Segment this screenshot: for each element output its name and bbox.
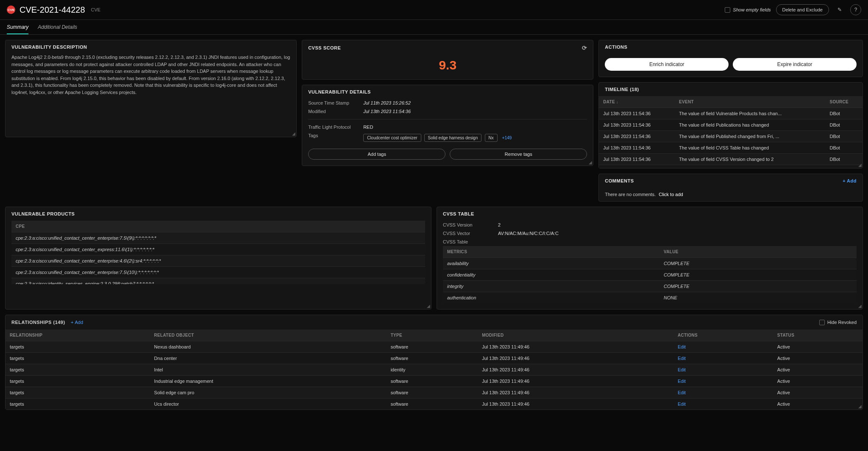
vuln-product-row[interactable]: cpe:2.3:a:cisco:unified_contact_center_e…: [11, 232, 425, 244]
vuln-product-row[interactable]: cpe:2.3:a:cisco:identity_services_engine…: [11, 278, 425, 285]
rel-col-actions[interactable]: ACTIONS: [673, 329, 773, 341]
vuln-products-col-cpe[interactable]: CPE: [11, 221, 425, 232]
rel-col-type[interactable]: TYPE: [387, 329, 478, 341]
metric-name: integrity: [443, 281, 659, 292]
rel-col-object[interactable]: RELATED OBJECT: [150, 329, 387, 341]
hide-revoked-toggle[interactable]: Hide Revoked: [819, 320, 857, 325]
tag-chip[interactable]: Solid edge harness design: [424, 134, 482, 142]
timeline-date: Jul 13th 2023 11:54:36: [599, 154, 675, 165]
timeline-row[interactable]: Jul 13th 2023 11:54:36 The value of fiel…: [599, 119, 862, 131]
tag-chip[interactable]: Cloudcenter cost optimizer: [363, 134, 421, 142]
metric-value: COMPLETE: [659, 281, 857, 292]
rel-edit-link[interactable]: Edit: [678, 344, 686, 349]
cvss-version-label: CVSS Version: [443, 222, 498, 227]
col-right: ACTIONS Enrich indicator Expire indicato…: [598, 40, 863, 202]
delete-exclude-button[interactable]: Delete and Exclude: [776, 4, 829, 15]
rel-col-status[interactable]: STATUS: [773, 329, 862, 341]
rel-edit-link[interactable]: Edit: [678, 379, 686, 384]
cvss-metric-row: availability COMPLETE: [443, 258, 857, 269]
rel-edit-link[interactable]: Edit: [678, 356, 686, 361]
comments-empty: There are no comments. Click to add: [599, 188, 862, 201]
cvss-version-value: 2: [498, 222, 857, 227]
metric-value: COMPLETE: [659, 258, 857, 269]
checkbox-icon[interactable]: [725, 7, 730, 13]
relationship-row[interactable]: targets Nexus dashboard software Jul 13t…: [6, 341, 862, 353]
timeline-event: The value of field CVE Modified changed …: [675, 165, 825, 169]
refresh-icon[interactable]: ⟳: [582, 44, 587, 51]
rel-object: Intel: [150, 364, 387, 376]
col-left: VULNERABILITY DESCRIPTION Apache Log4j2 …: [5, 40, 297, 202]
timeline-date: Jul 13th 2023 11:54:36: [599, 142, 675, 154]
timeline-col-source[interactable]: SOURCE: [825, 96, 862, 108]
rel-edit-link[interactable]: Edit: [678, 367, 686, 372]
timeline-date: Jul 13th 2023 11:54:36: [599, 165, 675, 169]
timeline-col-date[interactable]: DATE↓: [599, 96, 675, 108]
timeline-row[interactable]: Jul 13th 2023 11:54:36 The value of fiel…: [599, 154, 862, 165]
cvss-vector-label: CVSS Vector: [443, 231, 498, 236]
timeline-row[interactable]: Jul 13th 2023 11:54:36 The value of fiel…: [599, 142, 862, 154]
enrich-indicator-button[interactable]: Enrich indicator: [605, 58, 729, 71]
tlp-label: Traffic Light Protocol: [308, 125, 363, 130]
show-empty-fields-toggle[interactable]: Show empty fields: [725, 7, 771, 13]
vulnerability-details-card: VULNERABILITY DETAILS Source Time Stamp …: [302, 85, 593, 166]
vuln-product-row[interactable]: cpe:2.3:a:cisco:unified_contact_center_e…: [11, 255, 425, 267]
relationship-row[interactable]: targets Dna center software Jul 13th 202…: [6, 353, 862, 364]
timeline-row[interactable]: Jul 13th 2023 11:54:36 The value of fiel…: [599, 108, 862, 119]
add-relationship-link[interactable]: +Add: [71, 320, 83, 325]
cvss-table-label: CVSS Table: [443, 239, 498, 244]
tags-label: Tags: [308, 133, 363, 143]
rel-col-modified[interactable]: MODIFIED: [478, 329, 673, 341]
rel-type: targets: [6, 341, 150, 353]
metric-name: availability: [443, 258, 659, 269]
rel-object: Ucs director: [150, 398, 387, 410]
rel-status: Active: [773, 398, 862, 410]
header-left: CVE CVE-2021-44228 CVE: [7, 5, 100, 15]
checkbox-icon[interactable]: [819, 320, 825, 325]
vuln-product-row[interactable]: cpe:2.3:a:cisco:unified_contact_center_e…: [11, 244, 425, 255]
timeline-row[interactable]: Jul 13th 2023 11:54:36 The value of fiel…: [599, 165, 862, 169]
rel-col-relationship[interactable]: RELATIONSHIP: [6, 329, 150, 341]
rel-object: Solid edge cam pro: [150, 387, 387, 398]
tab-summary[interactable]: Summary: [7, 20, 28, 34]
cpe-value: cpe:2.3:a:cisco:unified_contact_center_e…: [11, 232, 425, 244]
expire-indicator-button[interactable]: Expire indicator: [733, 58, 857, 71]
tab-additional-details[interactable]: Additional Details: [38, 20, 77, 34]
cvss-metric-row: integrity COMPLETE: [443, 281, 857, 292]
vuln-product-row[interactable]: cpe:2.3:a:cisco:unified_contact_center_e…: [11, 267, 425, 278]
help-icon[interactable]: ?: [850, 4, 861, 15]
timeline-col-event[interactable]: EVENT: [675, 96, 825, 108]
click-to-add-link[interactable]: Click to add: [659, 192, 683, 197]
vuln-desc-title: VULNERABILITY DESCRIPTION: [6, 40, 296, 54]
metric-value: COMPLETE: [659, 269, 857, 281]
modified-label: Modified: [308, 109, 363, 114]
timeline-row[interactable]: Jul 13th 2023 11:54:36 The value of fiel…: [599, 131, 862, 142]
tag-chip[interactable]: Nx: [485, 134, 498, 142]
vuln-products-table: CPE cpe:2.3:a:cisco:unified_contact_cent…: [11, 221, 425, 284]
edit-icon[interactable]: ✎: [834, 4, 845, 15]
add-tags-button[interactable]: Add tags: [308, 149, 445, 160]
comments-title: COMMENTS: [605, 178, 634, 183]
rel-object-type: software: [387, 398, 478, 410]
metric-name: authentication: [443, 292, 659, 304]
rel-type: targets: [6, 398, 150, 410]
relationship-row[interactable]: targets Industrial edge management softw…: [6, 376, 862, 387]
cvss-col-metrics[interactable]: METRICS: [443, 246, 659, 258]
timeline-table: DATE↓ EVENT SOURCE Jul 13th 2023 11:54:3…: [599, 96, 862, 168]
main-layout: VULNERABILITY DESCRIPTION Apache Log4j2 …: [0, 35, 868, 207]
relationship-row[interactable]: targets Intel identity Jul 13th 2023 11:…: [6, 364, 862, 376]
source-ts-value: Jul 11th 2023 15:26:52: [363, 100, 587, 105]
rel-edit-link[interactable]: Edit: [678, 401, 686, 407]
rel-edit-link[interactable]: Edit: [678, 390, 686, 395]
hide-revoked-label: Hide Revoked: [827, 320, 857, 325]
relationship-row[interactable]: targets Solid edge cam pro software Jul …: [6, 387, 862, 398]
remove-tags-button[interactable]: Remove tags: [450, 149, 587, 160]
rel-object-type: software: [387, 387, 478, 398]
rel-modified: Jul 13th 2023 11:49:46: [478, 376, 673, 387]
relationship-row[interactable]: targets Ucs director software Jul 13th 2…: [6, 398, 862, 410]
cvss-col-value[interactable]: VALUE: [659, 246, 857, 258]
timeline-event: The value of field CVSS Version changed …: [675, 154, 825, 165]
vulnerability-description-card: VULNERABILITY DESCRIPTION Apache Log4j2 …: [5, 40, 297, 137]
add-comment-link[interactable]: +Add: [843, 178, 857, 183]
tags-more-link[interactable]: +149: [502, 136, 512, 140]
page-title: CVE-2021-44228: [19, 5, 85, 15]
